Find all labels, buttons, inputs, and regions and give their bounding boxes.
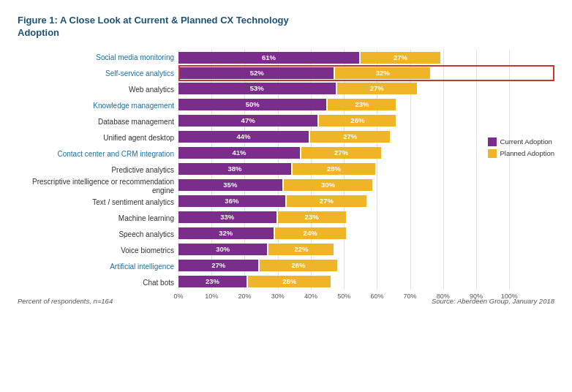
- x-tick-0: 0%: [173, 293, 183, 300]
- bar-label-13: Artificial intelligence: [18, 259, 178, 275]
- bar-planned-12: 22%: [268, 244, 334, 255]
- bar-planned-3: 23%: [328, 99, 396, 110]
- bar-planned-6: 27%: [301, 147, 381, 159]
- bar-current-6: 41%: [178, 147, 300, 159]
- legend-planned: Planned Adoption: [488, 149, 554, 158]
- x-tick-1: 10%: [205, 293, 218, 300]
- bar-planned-11: 24%: [275, 227, 346, 239]
- bar-label-0: Social media monitoring: [18, 50, 178, 66]
- bar-label-10: Machine learning: [18, 211, 178, 227]
- bar-label-7: Predictive analytics: [18, 162, 178, 178]
- bars-column: 61%27%52%32%53%27%50%23%47%26%44%27%41%2…: [178, 50, 554, 291]
- x-tick-2: 20%: [238, 293, 251, 300]
- bar-planned-7: 28%: [293, 163, 375, 175]
- bar-planned-14: 28%: [248, 276, 331, 287]
- bar-planned-9: 27%: [287, 195, 366, 207]
- bar-planned-2: 27%: [337, 83, 417, 94]
- bar-current-10: 33%: [178, 211, 276, 223]
- bar-planned-4: 26%: [319, 115, 396, 127]
- bar-label-1: Self-service analytics: [18, 66, 178, 82]
- labels-column: Social media monitoringSelf-service anal…: [18, 50, 178, 291]
- bar-current-5: 44%: [178, 131, 309, 143]
- bar-planned-0: 27%: [361, 52, 440, 64]
- bar-planned-10: 23%: [278, 211, 346, 223]
- bar-row-1: 52%32%: [178, 65, 554, 81]
- bar-current-11: 32%: [178, 227, 274, 239]
- bar-label-9: Text / sentiment analytics: [18, 195, 178, 211]
- x-axis-row: 0%10%20%30%40%50%60%70%80%90%100%: [18, 291, 554, 293]
- bars-wrapper: 61%27%52%32%53%27%50%23%47%26%44%27%41%2…: [178, 50, 554, 290]
- bar-row-0: 61%27%: [178, 50, 554, 66]
- footer-left: Percent of respondents, n=164: [18, 297, 113, 305]
- bar-current-12: 30%: [178, 244, 267, 255]
- bar-current-1: 52%: [180, 67, 334, 79]
- bar-current-7: 38%: [178, 163, 291, 175]
- bar-row-8: 35%30%: [178, 177, 554, 193]
- chart-title: Figure 1: A Close Look at Current & Plan…: [18, 15, 554, 39]
- x-tick-9: 90%: [470, 293, 483, 300]
- legend-current-label: Current Adoption: [500, 137, 552, 146]
- bar-label-12: Voice biometrics: [18, 243, 178, 259]
- bar-label-5: Unified agent desktop: [18, 130, 178, 146]
- bar-planned-8: 30%: [284, 179, 372, 191]
- bar-current-4: 47%: [178, 115, 317, 127]
- legend-current-box: [488, 137, 497, 146]
- bar-current-2: 53%: [178, 83, 336, 94]
- legend-planned-box: [488, 149, 497, 158]
- bar-row-4: 47%26%: [178, 113, 554, 129]
- bar-row-9: 36%27%: [178, 193, 554, 209]
- bar-current-9: 36%: [178, 195, 285, 207]
- bar-row-13: 27%26%: [178, 257, 554, 274]
- bar-row-7: 38%28%: [178, 161, 554, 177]
- page-container: Figure 1: A Close Look at Current & Plan…: [18, 15, 554, 305]
- bar-row-10: 33%23%: [178, 209, 554, 225]
- bar-label-11: Speech analytics: [18, 227, 178, 243]
- footer-right: Source: Aberdeen Group, January 2018: [432, 297, 554, 305]
- bar-row-11: 32%24%: [178, 225, 554, 241]
- legend-planned-label: Planned Adoption: [500, 149, 554, 157]
- bar-label-6: Contact center and CRM integration: [18, 146, 178, 162]
- bar-row-3: 50%23%: [178, 97, 554, 113]
- bar-row-14: 23%28%: [178, 274, 554, 290]
- bar-row-2: 53%27%: [178, 80, 554, 97]
- bar-current-14: 23%: [178, 276, 247, 287]
- bar-planned-5: 27%: [310, 131, 390, 143]
- bar-label-8: Prescriptive intelligence or recommendat…: [18, 178, 178, 195]
- x-tick-7: 70%: [404, 293, 417, 300]
- x-tick-5: 50%: [337, 293, 350, 300]
- legend-current: Current Adoption: [488, 137, 554, 146]
- bar-row-12: 30%22%: [178, 241, 554, 257]
- bar-planned-13: 26%: [260, 260, 336, 271]
- x-tick-8: 80%: [437, 293, 450, 300]
- bar-current-3: 50%: [178, 99, 326, 110]
- bar-label-3: Knowledge management: [18, 98, 178, 114]
- x-tick-10: 100%: [501, 293, 518, 300]
- x-tick-4: 40%: [304, 293, 317, 300]
- x-tick-3: 30%: [271, 293, 285, 300]
- bar-current-8: 35%: [178, 179, 282, 191]
- bar-current-0: 61%: [178, 52, 359, 64]
- chart-legend: Current Adoption Planned Adoption: [488, 137, 554, 158]
- bar-current-13: 27%: [178, 260, 258, 271]
- bar-label-2: Web analytics: [18, 82, 178, 98]
- bar-label-14: Chat bots: [18, 275, 178, 291]
- bar-planned-1: 32%: [335, 67, 430, 79]
- x-tick-6: 60%: [370, 293, 383, 300]
- bar-label-4: Database management: [18, 114, 178, 130]
